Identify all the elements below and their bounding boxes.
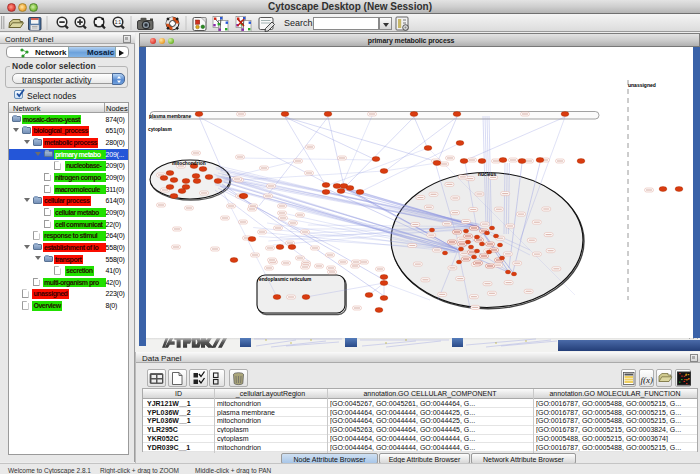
svg-text:unassigned: unassigned: [628, 82, 656, 88]
svg-text:1:1: 1:1: [115, 20, 122, 25]
svg-text:plasma membrane: plasma membrane: [149, 114, 191, 119]
svg-text:nucleus: nucleus: [478, 172, 496, 177]
svg-text:mitochondrion: mitochondrion: [172, 161, 206, 166]
svg-text:endoplasmic reticulum: endoplasmic reticulum: [259, 277, 311, 282]
svg-text:cytoplasm: cytoplasm: [148, 127, 172, 132]
svg-text:f(x): f(x): [641, 375, 654, 385]
